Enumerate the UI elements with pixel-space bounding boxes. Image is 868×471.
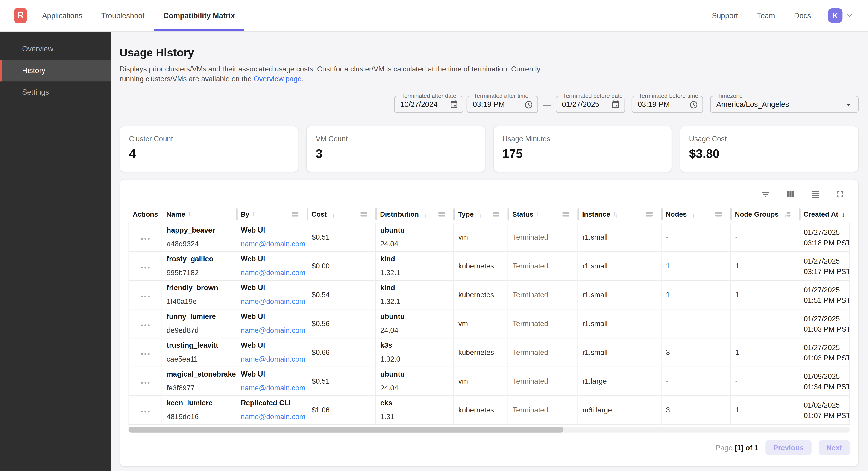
column-header-name[interactable]: Name↑↓ bbox=[162, 206, 236, 223]
column-header-cost[interactable]: Cost↑↓ bbox=[307, 206, 375, 223]
created-time: 01:03 PM PST bbox=[804, 353, 845, 363]
column-header-distribution[interactable]: Distribution↑↓ bbox=[375, 206, 454, 223]
cell-status: Terminated bbox=[508, 396, 578, 424]
created-date: 01/09/2025 bbox=[804, 371, 845, 381]
clock-icon[interactable] bbox=[524, 100, 533, 109]
cell-node-groups: 1 bbox=[731, 338, 799, 367]
primary-nav: Applications Troubleshoot Compatibility … bbox=[33, 0, 244, 31]
stat-value: $3.80 bbox=[689, 147, 849, 161]
stat-value: 4 bbox=[129, 147, 289, 161]
stat-value: 175 bbox=[502, 147, 662, 161]
terminated-before-date-field[interactable]: Terminated before date 01/27/2025 bbox=[556, 96, 625, 113]
row-actions-button[interactable] bbox=[141, 324, 150, 326]
calendar-icon[interactable] bbox=[611, 100, 620, 109]
column-header-nodes[interactable]: Nodes↑↓ bbox=[661, 206, 730, 223]
sort-icons[interactable]: ↑↓ bbox=[188, 211, 193, 217]
sort-icons[interactable]: ↑↓ bbox=[330, 211, 335, 217]
column-header-node-groups[interactable]: Node Groups↑↓ bbox=[731, 206, 799, 223]
column-menu-icon[interactable] bbox=[492, 212, 499, 216]
distribution-version: 24.04 bbox=[380, 326, 449, 335]
cell-node-groups: - bbox=[731, 223, 799, 252]
field-value: 01/27/2025 bbox=[562, 100, 599, 109]
horizontal-scrollbar[interactable] bbox=[128, 427, 849, 433]
dropdown-caret-icon[interactable] bbox=[844, 99, 854, 109]
sort-icons[interactable]: ↑↓ bbox=[689, 211, 695, 217]
by-email-link[interactable]: name@domain.com bbox=[241, 384, 302, 392]
cluster-name: frosty_galileo bbox=[166, 255, 231, 263]
cluster-name: happy_beaver bbox=[166, 226, 231, 235]
by-email-link[interactable]: name@domain.com bbox=[241, 355, 302, 364]
column-menu-icon[interactable] bbox=[562, 212, 569, 216]
next-button[interactable]: Next bbox=[819, 440, 850, 455]
row-actions-button[interactable] bbox=[141, 267, 150, 268]
sort-desc-icon[interactable]: ↓ bbox=[841, 210, 845, 218]
terminated-before-time-field[interactable]: Terminated before time 03:19 PM bbox=[632, 96, 703, 113]
nav-item-applications[interactable]: Applications bbox=[33, 0, 92, 31]
by-email-link[interactable]: name@domain.com bbox=[241, 326, 302, 335]
created-by-source: Web UI bbox=[241, 341, 302, 350]
column-header-created-at[interactable]: Created At↓ bbox=[799, 206, 849, 223]
column-header-status[interactable]: Status↑↓ bbox=[508, 206, 578, 223]
sidebar-item-overview[interactable]: Overview bbox=[0, 38, 111, 60]
sidebar-item-history[interactable]: History bbox=[0, 60, 111, 82]
column-header-by[interactable]: By↑↓ bbox=[236, 206, 307, 223]
nav-item-team[interactable]: Team bbox=[747, 11, 785, 20]
density-icon[interactable] bbox=[810, 189, 820, 199]
overview-page-link[interactable]: Overview page bbox=[254, 75, 302, 83]
cell-actions bbox=[129, 396, 162, 424]
column-menu-icon[interactable] bbox=[787, 212, 790, 216]
terminated-after-time-field[interactable]: Terminated after time 03:19 PM bbox=[467, 96, 538, 113]
cluster-name: keen_lumiere bbox=[166, 399, 231, 407]
column-menu-icon[interactable] bbox=[360, 212, 367, 216]
column-header-instance[interactable]: Instance↑↓ bbox=[578, 206, 661, 223]
column-menu-icon[interactable] bbox=[438, 212, 445, 216]
filter-icon[interactable] bbox=[761, 189, 771, 199]
page-value: [1] of 1 bbox=[735, 444, 758, 452]
sort-icons[interactable]: ↑↓ bbox=[781, 211, 787, 217]
fullscreen-icon[interactable] bbox=[835, 189, 845, 199]
by-email-link[interactable]: name@domain.com bbox=[241, 297, 302, 306]
distribution-version: 1.32.1 bbox=[380, 268, 449, 277]
timezone-select[interactable]: Timezone America/Los_Angeles bbox=[710, 96, 859, 113]
column-menu-icon[interactable] bbox=[646, 212, 652, 216]
user-avatar[interactable]: K bbox=[828, 8, 842, 23]
table-toolbar bbox=[128, 189, 849, 199]
sort-icons[interactable]: ↑↓ bbox=[252, 211, 257, 217]
stat-label: Cluster Count bbox=[129, 135, 289, 143]
brand-logo[interactable]: R bbox=[14, 8, 27, 23]
nav-item-support[interactable]: Support bbox=[702, 11, 747, 20]
previous-button[interactable]: Previous bbox=[766, 440, 811, 455]
sort-icons[interactable]: ↑↓ bbox=[476, 211, 482, 217]
user-menu-chevron-down-icon[interactable] bbox=[845, 10, 855, 21]
cell-by: Web UIname@domain.com bbox=[236, 309, 307, 338]
node-groups-value: 1 bbox=[735, 348, 739, 356]
nav-item-troubleshoot[interactable]: Troubleshoot bbox=[92, 0, 154, 31]
nav-item-compatibility-matrix[interactable]: Compatibility Matrix bbox=[154, 0, 244, 31]
column-menu-icon[interactable] bbox=[291, 212, 298, 216]
scrollbar-thumb[interactable] bbox=[128, 427, 563, 433]
columns-icon[interactable] bbox=[785, 189, 796, 199]
row-actions-button[interactable] bbox=[141, 295, 150, 297]
pagination-label: Page[1] of 1 bbox=[716, 444, 758, 452]
distribution-name: ubuntu bbox=[380, 226, 449, 235]
terminated-after-date-field[interactable]: Terminated after date 10/27/2024 bbox=[394, 96, 463, 113]
row-actions-button[interactable] bbox=[141, 353, 150, 355]
calendar-icon[interactable] bbox=[450, 100, 458, 109]
row-actions-button[interactable] bbox=[141, 411, 150, 412]
cell-actions bbox=[129, 367, 162, 396]
column-header-type[interactable]: Type↑↓ bbox=[454, 206, 508, 223]
by-email-link[interactable]: name@domain.com bbox=[241, 268, 302, 277]
row-actions-button[interactable] bbox=[141, 238, 150, 240]
row-actions-button[interactable] bbox=[141, 382, 150, 384]
sort-icons[interactable]: ↑↓ bbox=[613, 211, 618, 217]
by-email-link[interactable]: name@domain.com bbox=[241, 240, 302, 248]
type-value: vm bbox=[458, 320, 468, 328]
sort-icons[interactable]: ↑↓ bbox=[536, 211, 541, 217]
sort-icons[interactable]: ↑↓ bbox=[422, 211, 427, 217]
nav-item-docs[interactable]: Docs bbox=[785, 11, 820, 20]
description-text: Displays prior clusters/VMs and their as… bbox=[120, 65, 540, 83]
by-email-link[interactable]: name@domain.com bbox=[241, 412, 302, 421]
column-menu-icon[interactable] bbox=[715, 212, 721, 216]
clock-icon[interactable] bbox=[689, 100, 698, 109]
sidebar-item-settings[interactable]: Settings bbox=[0, 81, 111, 103]
